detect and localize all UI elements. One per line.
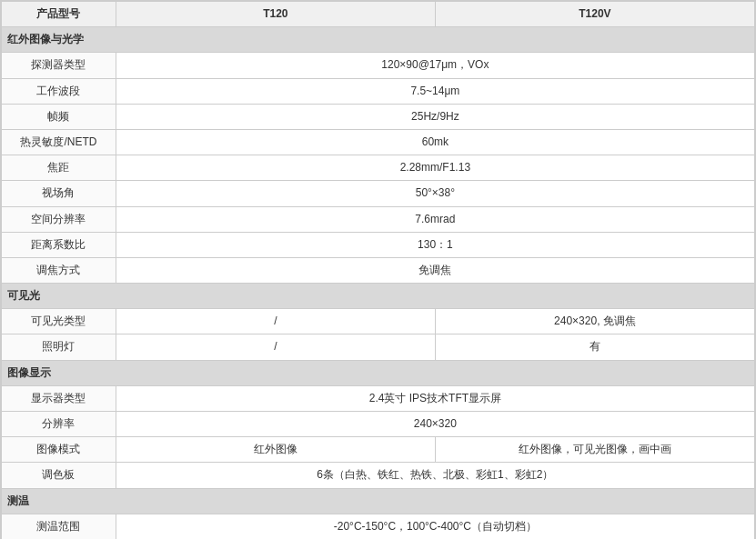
row-value-merged-0-4: 2.28mm/F1.13 xyxy=(116,155,754,181)
row-value-merged-0-6: 7.6mrad xyxy=(116,206,754,232)
table-row: 热灵敏度/NETD60mk xyxy=(2,129,755,155)
row-value-merged-0-2: 25Hz/9Hz xyxy=(116,104,754,129)
table-row: 帧频25Hz/9Hz xyxy=(2,104,755,129)
table-row: 距离系数比130：1 xyxy=(2,232,755,257)
section-title-1: 可见光 xyxy=(2,284,755,309)
row-t120v-2-2: 红外图像，可见光图像，画中画 xyxy=(435,437,754,463)
row-label-0-2: 帧频 xyxy=(2,104,116,129)
row-t120-2-2: 红外图像 xyxy=(116,437,435,463)
table-row: 焦距2.28mm/F1.13 xyxy=(2,155,755,181)
row-value-merged-0-7: 130：1 xyxy=(116,232,754,257)
row-label-0-3: 热灵敏度/NETD xyxy=(2,129,116,155)
row-label-0-5: 视场角 xyxy=(2,181,116,206)
col-header-t120v: T120V xyxy=(435,2,754,27)
row-label-0-8: 调焦方式 xyxy=(2,257,116,283)
row-label-0-1: 工作波段 xyxy=(2,78,116,104)
row-value-merged-2-3: 6条（白热、铁红、热铁、北极、彩虹1、彩虹2） xyxy=(116,463,754,488)
table-row: 调焦方式免调焦 xyxy=(2,257,755,283)
row-value-merged-0-3: 60mk xyxy=(116,129,754,155)
row-label-0-0: 探测器类型 xyxy=(2,53,116,78)
row-t120-1-0: / xyxy=(116,309,435,334)
row-label-0-7: 距离系数比 xyxy=(2,232,116,257)
table-row: 测温范围-20°C-150°C，100°C-400°C（自动切档） xyxy=(2,514,755,539)
section-header-2: 图像显示 xyxy=(2,360,755,385)
row-label-0-4: 焦距 xyxy=(2,155,116,181)
row-t120v-1-1: 有 xyxy=(435,334,754,360)
row-label-1-0: 可见光类型 xyxy=(2,309,116,334)
table-row: 可见光类型/240×320, 免调焦 xyxy=(2,309,755,334)
col-header-t120: T120 xyxy=(116,2,435,27)
row-value-merged-0-0: 120×90@17μm，VOx xyxy=(116,53,754,78)
table-row: 调色板6条（白热、铁红、热铁、北极、彩虹1、彩虹2） xyxy=(2,463,755,488)
row-value-merged-0-1: 7.5~14μm xyxy=(116,78,754,104)
row-value-merged-2-1: 240×320 xyxy=(116,412,754,437)
section-title-0: 红外图像与光学 xyxy=(2,27,755,53)
table-row: 视场角50°×38° xyxy=(2,181,755,206)
row-value-merged-0-8: 免调焦 xyxy=(116,257,754,283)
row-label-2-3: 调色板 xyxy=(2,463,116,488)
section-header-1: 可见光 xyxy=(2,284,755,309)
section-title-2: 图像显示 xyxy=(2,360,755,385)
table-header: 产品型号 T120 T120V xyxy=(2,2,755,27)
row-label-2-2: 图像模式 xyxy=(2,437,116,463)
row-label-2-1: 分辨率 xyxy=(2,412,116,437)
spec-table: 产品型号 T120 T120V 红外图像与光学探测器类型120×90@17μm，… xyxy=(0,0,756,539)
table-row: 工作波段7.5~14μm xyxy=(2,78,755,104)
section-header-0: 红外图像与光学 xyxy=(2,27,755,53)
table-row: 显示器类型2.4英寸 IPS技术TFT显示屏 xyxy=(2,385,755,411)
row-label-0-6: 空间分辨率 xyxy=(2,206,116,232)
table-row: 图像模式红外图像红外图像，可见光图像，画中画 xyxy=(2,437,755,463)
col-header-model: 产品型号 xyxy=(2,2,116,27)
row-label-1-1: 照明灯 xyxy=(2,334,116,360)
table-row: 照明灯/有 xyxy=(2,334,755,360)
row-t120v-1-0: 240×320, 免调焦 xyxy=(435,309,754,334)
section-header-3: 测温 xyxy=(2,488,755,514)
table-row: 探测器类型120×90@17μm，VOx xyxy=(2,53,755,78)
row-value-merged-3-0: -20°C-150°C，100°C-400°C（自动切档） xyxy=(116,514,754,539)
row-t120-1-1: / xyxy=(116,334,435,360)
table-row: 空间分辨率7.6mrad xyxy=(2,206,755,232)
section-title-3: 测温 xyxy=(2,488,755,514)
row-value-merged-0-5: 50°×38° xyxy=(116,181,754,206)
row-value-merged-2-0: 2.4英寸 IPS技术TFT显示屏 xyxy=(116,385,754,411)
table-row: 分辨率240×320 xyxy=(2,412,755,437)
row-label-2-0: 显示器类型 xyxy=(2,385,116,411)
row-label-3-0: 测温范围 xyxy=(2,514,116,539)
